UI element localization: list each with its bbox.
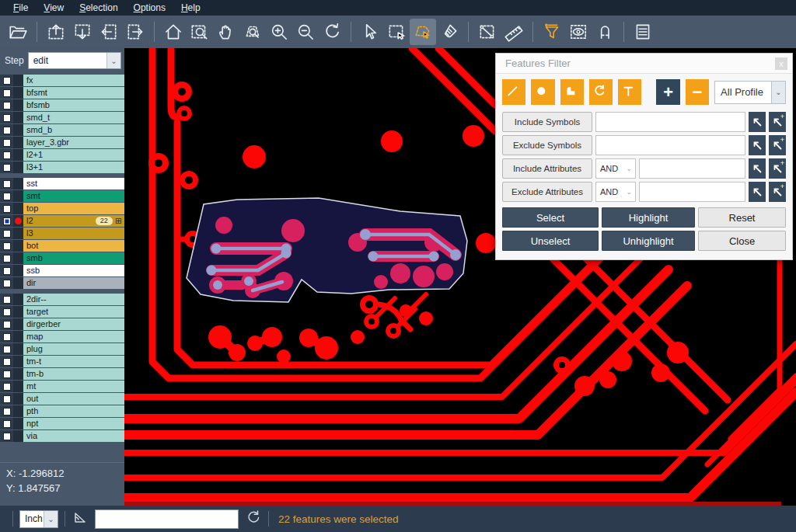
- pan-left-icon[interactable]: [96, 19, 122, 45]
- layer-checkbox-dir[interactable]: [3, 280, 11, 287]
- text-feature-icon[interactable]: [618, 79, 641, 105]
- zoom-in-icon[interactable]: [266, 19, 292, 45]
- layer-active-gutter[interactable]: [13, 124, 23, 136]
- layer-active-gutter[interactable]: [13, 368, 23, 380]
- surface-feature-icon[interactable]: [560, 79, 584, 105]
- layer-label-top[interactable]: top: [23, 203, 124, 214]
- clear-selection-icon[interactable]: [436, 19, 463, 45]
- chevron-down-icon[interactable]: ⌄: [44, 511, 58, 527]
- step-select[interactable]: edit ⌄: [28, 52, 121, 69]
- layer-checkbox-top[interactable]: [3, 205, 11, 213]
- layer-checkbox-l3[interactable]: [3, 230, 11, 238]
- features-filter-icon[interactable]: [539, 19, 565, 45]
- menu-item-help[interactable]: Help: [174, 1, 208, 15]
- layer-active-gutter[interactable]: [13, 318, 23, 330]
- layer-checkbox-fx[interactable]: [3, 77, 11, 85]
- layer-checkbox-ssb[interactable]: [3, 267, 11, 275]
- line-feature-icon[interactable]: [502, 79, 525, 105]
- layer-label-l2[interactable]: l222⊞: [23, 215, 124, 227]
- include-symbols-input[interactable]: [595, 112, 745, 132]
- layer-checkbox-mt[interactable]: [3, 383, 11, 391]
- layer-label-smd_t[interactable]: smd_t: [23, 112, 124, 123]
- layer-active-gutter[interactable]: [13, 215, 23, 227]
- layer-checkbox-smb[interactable]: [3, 255, 11, 263]
- layer-checkbox-bfsmt[interactable]: [3, 89, 11, 97]
- pick-from-canvas-icon[interactable]: [749, 158, 766, 179]
- layer-active-gutter[interactable]: [13, 343, 23, 355]
- open-file-icon[interactable]: [5, 19, 31, 45]
- pan-up-icon[interactable]: [43, 19, 69, 45]
- layer-checkbox-l2+1[interactable]: [3, 151, 11, 159]
- layer-label-mt[interactable]: mt: [23, 381, 124, 392]
- refresh-icon[interactable]: [245, 509, 262, 529]
- menu-item-options[interactable]: Options: [127, 1, 173, 15]
- pick-from-canvas-icon[interactable]: [749, 112, 766, 132]
- layer-label-map[interactable]: map: [23, 331, 124, 342]
- layer-label-sst[interactable]: sst: [23, 178, 124, 190]
- include-symbols-button[interactable]: Include Symbols: [502, 112, 592, 132]
- layer-label-plug[interactable]: plug: [23, 343, 124, 355]
- select-arrow-icon[interactable]: [357, 19, 383, 45]
- select-polygon-icon[interactable]: [410, 19, 436, 45]
- menu-item-view[interactable]: View: [37, 1, 71, 15]
- layer-label-dirgerber[interactable]: dirgerber: [23, 318, 124, 330]
- layer-checkbox-target[interactable]: [3, 308, 11, 316]
- layer-checkbox-layer_3.gbr[interactable]: [3, 139, 11, 147]
- layer-checkbox-npt[interactable]: [3, 420, 11, 428]
- layer-label-tm-t[interactable]: tm-t: [23, 356, 124, 367]
- layer-label-smt[interactable]: smt: [23, 190, 124, 202]
- pan-hand-icon[interactable]: [213, 19, 239, 45]
- layer-label-smb[interactable]: smb: [23, 252, 124, 264]
- zoom-window-icon[interactable]: [187, 19, 213, 45]
- layer-label-pth[interactable]: pth: [23, 405, 124, 417]
- include-attributes-input[interactable]: [639, 158, 745, 179]
- ruler-icon[interactable]: [501, 19, 527, 45]
- close-icon[interactable]: x: [775, 57, 787, 70]
- layer-active-gutter[interactable]: [13, 149, 23, 161]
- layer-checkbox-pth[interactable]: [3, 408, 11, 416]
- exclude-symbols-button[interactable]: Exclude Symbols: [502, 135, 592, 155]
- reset-button[interactable]: Reset: [698, 207, 786, 228]
- layer-checkbox-dirgerber[interactable]: [3, 321, 11, 329]
- unhighlight-button[interactable]: Unhighlight: [602, 231, 695, 251]
- profile-select[interactable]: All Profile ⌄: [714, 81, 786, 104]
- corner-ruler-icon[interactable]: [72, 509, 89, 529]
- layer-checkbox-map[interactable]: [3, 333, 11, 341]
- pick-add-from-canvas-icon[interactable]: +: [769, 112, 786, 132]
- layer-active-gutter[interactable]: [13, 405, 23, 417]
- layer-checkbox-via[interactable]: [3, 433, 11, 440]
- zoom-polygon-icon[interactable]: [239, 19, 266, 45]
- layer-active-gutter[interactable]: [13, 356, 23, 367]
- layer-checkbox-l2[interactable]: [3, 217, 11, 225]
- layer-checkbox-sst[interactable]: [3, 180, 11, 188]
- layer-active-gutter[interactable]: [13, 306, 23, 318]
- layer-checkbox-smd_t[interactable]: [3, 114, 11, 122]
- layer-label-fx[interactable]: fx: [23, 75, 124, 86]
- layer-active-gutter[interactable]: [13, 190, 23, 202]
- view-box-icon[interactable]: [565, 19, 592, 45]
- layer-label-dir[interactable]: dir: [23, 277, 124, 289]
- zoom-previous-icon[interactable]: [319, 19, 345, 45]
- layer-active-gutter[interactable]: [13, 277, 23, 289]
- pan-right-icon[interactable]: [122, 19, 148, 45]
- layer-label-target[interactable]: target: [23, 306, 124, 318]
- exclude-attributes-operator-select[interactable]: AND ⌄: [595, 182, 636, 202]
- layer-active-gutter[interactable]: [13, 294, 23, 305]
- pick-add-from-canvas-icon[interactable]: +: [769, 182, 786, 202]
- layer-label-ssb[interactable]: ssb: [23, 265, 124, 276]
- menu-item-selection[interactable]: Selection: [72, 1, 124, 15]
- layer-checkbox-tm-t[interactable]: [3, 358, 11, 366]
- layer-label-via[interactable]: via: [23, 430, 124, 442]
- layer-active-gutter[interactable]: [13, 137, 23, 148]
- layer-checkbox-bfsmb[interactable]: [3, 102, 11, 110]
- pad-feature-icon[interactable]: [531, 79, 554, 105]
- layer-label-tm-b[interactable]: tm-b: [23, 368, 124, 380]
- layer-active-gutter[interactable]: [13, 265, 23, 276]
- exclude-attributes-button[interactable]: Exclude Attributes: [502, 182, 592, 202]
- close-button[interactable]: Close: [698, 231, 786, 251]
- layer-label-bot[interactable]: bot: [23, 240, 124, 252]
- layer-label-out[interactable]: out: [23, 393, 124, 405]
- unselect-button[interactable]: Unselect: [502, 231, 599, 251]
- layer-label-npt[interactable]: npt: [23, 418, 124, 429]
- chevron-down-icon[interactable]: ⌄: [771, 82, 785, 103]
